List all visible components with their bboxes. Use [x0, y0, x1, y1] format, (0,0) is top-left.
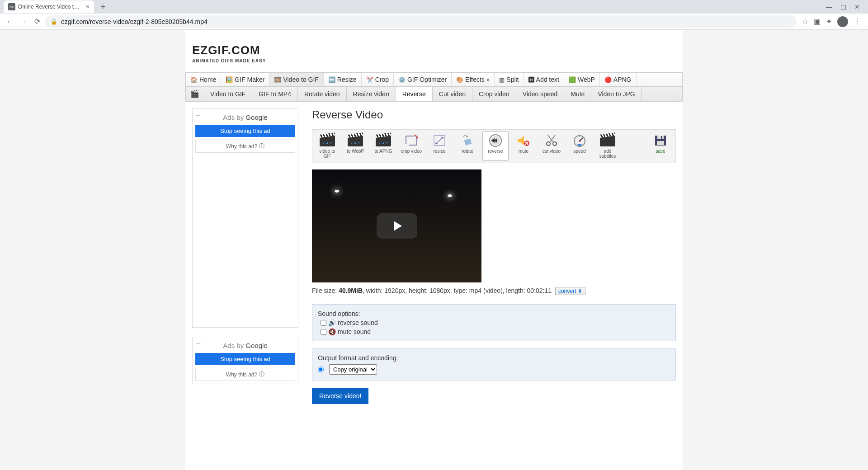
tool-strip: 2 4 5video to GIF2 4 5to WebP2 4 5to APN…	[312, 129, 676, 163]
maximize-icon[interactable]: ▢	[840, 3, 846, 10]
main-nav-item[interactable]: ▥Split	[495, 73, 524, 86]
new-tab-button[interactable]: +	[98, 2, 108, 12]
ad-why-button[interactable]: Why this ad?ⓘ	[195, 140, 295, 153]
nav-icon: 🔴	[604, 76, 612, 83]
main-nav-item[interactable]: 🎨Effects »	[452, 73, 495, 86]
output-format-select[interactable]: Copy original	[329, 364, 377, 375]
extensions-icon[interactable]: ✦	[826, 17, 832, 26]
sub-nav-item[interactable]: Video to JPG	[591, 87, 642, 101]
back-button[interactable]: ←	[5, 16, 15, 27]
main-nav-item[interactable]: 🖼️GIF Maker	[221, 73, 269, 86]
menu-icon[interactable]: ⋮	[854, 17, 861, 26]
star-icon[interactable]: ☆	[802, 17, 808, 26]
mute-sound-checkbox[interactable]	[321, 329, 326, 335]
sub-nav-item[interactable]: Crop video	[472, 87, 516, 101]
nav-icon: 🅰	[528, 76, 534, 83]
nav-icon: 🖼️	[226, 76, 233, 83]
tool-reverse[interactable]: reverse	[482, 132, 509, 161]
main-nav-item[interactable]: 🟩WebP	[564, 73, 600, 86]
output-radio[interactable]	[318, 367, 324, 372]
ad-back-icon[interactable]: ←	[195, 112, 202, 119]
ad-back-icon[interactable]: ←	[195, 340, 202, 347]
subtitles-icon	[599, 134, 617, 147]
reload-button[interactable]: ⟳	[32, 16, 42, 27]
sub-nav-item[interactable]: Mute	[564, 87, 591, 101]
sub-nav: 🎬 Video to GIFGIF to MP4Rotate videoResi…	[185, 87, 683, 102]
ad-header: Ads by Google	[193, 109, 298, 125]
main-nav-item[interactable]: 🎞️Video to GIF	[269, 73, 323, 86]
forward-button[interactable]: →	[18, 16, 29, 27]
tool-cut-video[interactable]: cut video	[538, 132, 565, 161]
page-viewport[interactable]: EZGIF.COM ANIMATED GIFS MADE EASY 🏠Home🖼…	[0, 30, 868, 470]
sub-nav-item[interactable]: Video speed	[516, 87, 565, 101]
browser-tab[interactable]: ez Online Reverse Video tool - Won ×	[4, 0, 94, 13]
svg-point-6	[553, 142, 557, 146]
nav-icon: 🎨	[456, 76, 463, 83]
tool-crop-video[interactable]: crop video	[398, 132, 425, 161]
tool-rotate[interactable]: rotate	[454, 132, 481, 161]
tool-to-APNG[interactable]: 2 4 5to APNG	[370, 132, 396, 161]
tool-video-to-GIF[interactable]: 2 4 5video to GIF	[314, 132, 340, 161]
main-nav-item[interactable]: 🏠Home	[186, 73, 221, 86]
main-nav-item[interactable]: ✂️Crop	[362, 73, 394, 86]
sub-nav-item[interactable]: Rotate video	[298, 87, 347, 101]
ad-box-2: ← Ads by Google Stop seeing this ad Why …	[192, 337, 298, 384]
sound-reverse-icon: 🔊	[328, 319, 336, 326]
tab-bar: ez Online Reverse Video tool - Won × + —…	[0, 0, 868, 14]
tool-to-WebP[interactable]: 2 4 5to WebP	[342, 132, 368, 161]
ad-stop-button[interactable]: Stop seeing this ad	[195, 353, 295, 365]
ad-why-button[interactable]: Why this ad?ⓘ	[195, 368, 295, 381]
speed-icon	[571, 134, 589, 147]
reverse-video-button[interactable]: Reverse video!	[312, 388, 368, 404]
favicon-icon: ez	[8, 3, 15, 10]
svg-rect-1	[464, 138, 472, 145]
reverse-icon	[486, 134, 505, 147]
tool-mute[interactable]: mute	[510, 132, 537, 161]
svg-rect-11	[661, 136, 662, 139]
save-icon	[651, 134, 670, 147]
info-icon: ⓘ	[259, 142, 264, 150]
profile-avatar[interactable]	[837, 16, 848, 27]
play-button[interactable]	[377, 213, 417, 239]
clap-icon: 2 4 5	[346, 134, 364, 147]
main-nav-item[interactable]: ⚙️GIF Optimizer	[394, 73, 452, 86]
sub-nav-item[interactable]: Cut video	[433, 87, 472, 101]
output-format-title: Output format and encoding:	[318, 354, 670, 362]
nav-icon: ↔️	[328, 76, 335, 83]
nav-icon: 🏠	[190, 76, 198, 83]
lock-icon: 🔒	[51, 19, 57, 25]
close-window-icon[interactable]: ✕	[854, 3, 860, 10]
download-icon: ⬇	[578, 288, 582, 294]
page-container: EZGIF.COM ANIMATED GIFS MADE EASY 🏠Home🖼…	[185, 30, 683, 470]
extension-icon-1[interactable]: ▣	[814, 17, 821, 26]
sub-nav-item[interactable]: Video to GIF	[204, 87, 252, 101]
site-logo[interactable]: EZGIF.COM	[192, 43, 676, 57]
content-wrap: ← Ads by Google Stop seeing this ad Why …	[185, 102, 683, 411]
sound-mute-icon: 🔇	[328, 328, 336, 335]
close-tab-icon[interactable]: ×	[86, 3, 90, 10]
reverse-sound-checkbox[interactable]	[321, 320, 326, 326]
resize-icon	[430, 134, 448, 147]
tool-speed[interactable]: speed	[566, 132, 593, 161]
url-input[interactable]: 🔒 ezgif.com/reverse-video/ezgif-2-805e30…	[45, 15, 797, 28]
sub-nav-item[interactable]: Resize video	[347, 87, 396, 101]
mute-sound-option[interactable]: 🔇 mute sound	[318, 328, 670, 335]
tool-resize[interactable]: resize	[426, 132, 453, 161]
ad-stop-button[interactable]: Stop seeing this ad	[195, 125, 295, 137]
video-preview[interactable]	[312, 169, 481, 282]
tool-add-subtitles[interactable]: add subtitles	[594, 132, 621, 161]
main-nav-item[interactable]: ↔️Resize	[324, 73, 362, 86]
sub-nav-item[interactable]: Reverse	[396, 87, 433, 101]
main-nav-item[interactable]: 🅰Add text	[524, 73, 564, 86]
site-tagline: ANIMATED GIFS MADE EASY	[192, 58, 676, 63]
sub-nav-item[interactable]: GIF to MP4	[252, 87, 298, 101]
window-controls: — ▢ ✕	[826, 3, 864, 10]
main-content: Reverse Video 2 4 5video to GIF2 4 5to W…	[312, 108, 676, 404]
minimize-icon[interactable]: —	[826, 3, 832, 10]
reverse-sound-option[interactable]: 🔊 reverse sound	[318, 319, 670, 326]
addr-bar-right: ☆ ▣ ✦ ⋮	[799, 16, 863, 27]
main-nav-item[interactable]: 🔴APNG	[600, 73, 637, 86]
tool-save[interactable]: save	[647, 132, 674, 161]
convert-button[interactable]: convert ⬇	[555, 287, 585, 295]
browser-chrome: ez Online Reverse Video tool - Won × + —…	[0, 0, 868, 30]
